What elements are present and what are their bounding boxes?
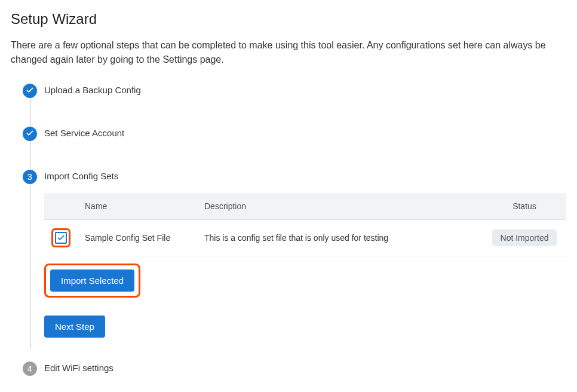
row-checkbox[interactable]: [55, 232, 67, 244]
status-badge: Not Imported: [492, 229, 557, 246]
row-description: This is a config set file that is only u…: [197, 220, 483, 256]
table-header-check: [44, 193, 78, 220]
step-3-title[interactable]: Import Config Sets: [44, 170, 566, 181]
table-header-name: Name: [78, 193, 197, 220]
step-1-indicator: [23, 84, 37, 98]
page-description: There are a few optional steps that can …: [11, 38, 566, 67]
step-1-title[interactable]: Upload a Backup Config: [44, 84, 566, 95]
import-selected-button[interactable]: Import Selected: [50, 270, 134, 292]
next-step-button[interactable]: Next Step: [44, 316, 105, 338]
table-header-status: Status: [483, 193, 566, 220]
checkmark-icon: [26, 129, 34, 139]
checkmark-icon: [26, 86, 34, 96]
step-2-title[interactable]: Set Service Account: [44, 127, 566, 138]
table-header-description: Description: [197, 193, 483, 220]
wizard-steps: Upload a Backup Config Set Service Accou…: [11, 84, 566, 376]
row-name: Sample Config Set File: [78, 220, 197, 256]
page-title: Setup Wizard: [11, 11, 566, 27]
step-4-indicator: 4: [23, 362, 37, 376]
highlight-checkbox: [51, 228, 70, 247]
config-sets-table: Name Description Status: [44, 193, 566, 256]
step-4-title[interactable]: Edit WiFi settings: [44, 362, 566, 373]
highlight-import-button: Import Selected: [44, 264, 140, 298]
table-row: Sample Config Set File This is a config …: [44, 220, 566, 256]
step-3-indicator: 3: [23, 170, 37, 184]
step-2-indicator: [23, 127, 37, 141]
